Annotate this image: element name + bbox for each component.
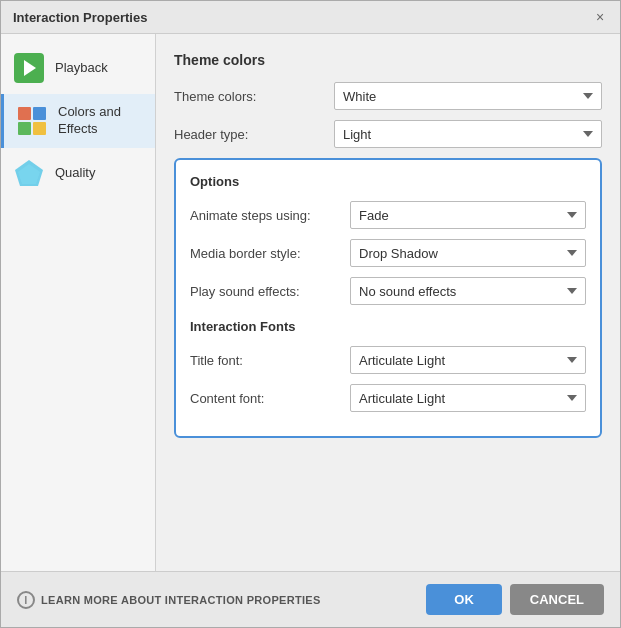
footer: i LEARN MORE ABOUT INTERACTION PROPERTIE… xyxy=(1,571,620,627)
sound-effects-row: Play sound effects: No sound effects Def… xyxy=(190,277,586,305)
colors-effects-icon xyxy=(16,105,48,137)
content-font-label: Content font: xyxy=(190,391,350,406)
title-font-row: Title font: Articulate Light Arial Calib… xyxy=(190,346,586,374)
learn-more-link[interactable]: i LEARN MORE ABOUT INTERACTION PROPERTIE… xyxy=(17,591,321,609)
animate-steps-label: Animate steps using: xyxy=(190,208,350,223)
theme-colors-label: Theme colors: xyxy=(174,89,334,104)
svg-rect-1 xyxy=(33,107,46,120)
title-font-select[interactable]: Articulate Light Arial Calibri xyxy=(350,346,586,374)
svg-rect-2 xyxy=(18,122,31,135)
quality-icon xyxy=(13,158,45,190)
theme-colors-select[interactable]: White Dark Custom xyxy=(334,82,602,110)
sidebar-item-playback[interactable]: Playback xyxy=(1,42,155,94)
footer-buttons: OK CANCEL xyxy=(426,584,604,615)
header-type-row: Header type: Light Dark xyxy=(174,120,602,148)
header-type-select[interactable]: Light Dark xyxy=(334,120,602,148)
content-font-row: Content font: Articulate Light Arial Cal… xyxy=(190,384,586,412)
interaction-properties-dialog: Interaction Properties × Playback xyxy=(0,0,621,628)
title-font-label: Title font: xyxy=(190,353,350,368)
sidebar-item-colors-effects[interactable]: Colors and Effects xyxy=(1,94,155,148)
animate-steps-row: Animate steps using: Fade None Slide xyxy=(190,201,586,229)
cancel-button[interactable]: CANCEL xyxy=(510,584,604,615)
sidebar-item-quality[interactable]: Quality xyxy=(1,148,155,200)
content-font-select[interactable]: Articulate Light Arial Calibri xyxy=(350,384,586,412)
close-button[interactable]: × xyxy=(592,9,608,25)
animate-steps-select[interactable]: Fade None Slide xyxy=(350,201,586,229)
sound-effects-label: Play sound effects: xyxy=(190,284,350,299)
main-content: Playback Colors and Effects xyxy=(1,34,620,571)
ok-button[interactable]: OK xyxy=(426,584,502,615)
sidebar-item-quality-label: Quality xyxy=(55,165,95,182)
theme-colors-row: Theme colors: White Dark Custom xyxy=(174,82,602,110)
options-box: Options Animate steps using: Fade None S… xyxy=(174,158,602,438)
content-area: Theme colors Theme colors: White Dark Cu… xyxy=(156,34,620,571)
media-border-select[interactable]: Drop Shadow None Border xyxy=(350,239,586,267)
dialog-title: Interaction Properties xyxy=(13,10,147,25)
media-border-label: Media border style: xyxy=(190,246,350,261)
svg-rect-3 xyxy=(33,122,46,135)
title-bar: Interaction Properties × xyxy=(1,1,620,34)
fonts-title: Interaction Fonts xyxy=(190,319,586,334)
sidebar-item-playback-label: Playback xyxy=(55,60,108,77)
options-title: Options xyxy=(190,174,586,189)
theme-section-title: Theme colors xyxy=(174,52,602,68)
sidebar: Playback Colors and Effects xyxy=(1,34,156,571)
sound-effects-select[interactable]: No sound effects Default Custom xyxy=(350,277,586,305)
playback-icon xyxy=(13,52,45,84)
learn-more-label: LEARN MORE ABOUT INTERACTION PROPERTIES xyxy=(41,594,321,606)
svg-rect-0 xyxy=(18,107,31,120)
info-icon: i xyxy=(17,591,35,609)
header-type-label: Header type: xyxy=(174,127,334,142)
media-border-row: Media border style: Drop Shadow None Bor… xyxy=(190,239,586,267)
sidebar-item-colors-effects-label: Colors and Effects xyxy=(58,104,143,138)
